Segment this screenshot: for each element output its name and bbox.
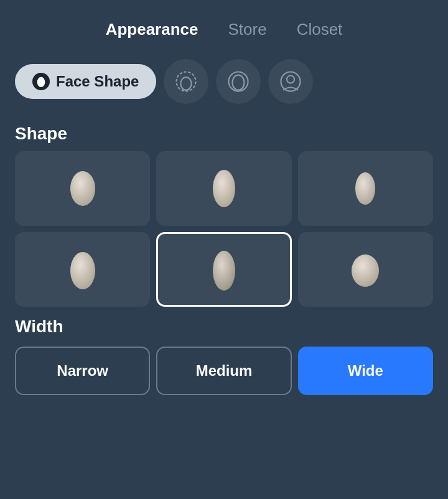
face-shape-4: [205, 245, 243, 294]
shape-grid: [0, 151, 448, 307]
svg-point-9: [355, 172, 375, 205]
tab-closet[interactable]: Closet: [292, 17, 348, 42]
category-row: Face Shape: [0, 54, 448, 114]
face-shape-3: [64, 245, 101, 294]
avatar-circle-icon: [279, 70, 302, 93]
shape-cell-1[interactable]: [156, 151, 291, 226]
hair-icon-button[interactable]: [164, 59, 208, 104]
svg-point-0: [37, 77, 45, 87]
svg-point-8: [213, 170, 235, 207]
width-buttons: Narrow Medium Wide: [0, 347, 448, 395]
avatar-icon-button[interactable]: [268, 59, 313, 104]
svg-point-4: [233, 75, 245, 90]
face-shape-svg: [35, 76, 47, 87]
face-shape-2: [347, 164, 384, 213]
svg-point-12: [352, 254, 379, 287]
face-shape-pill-icon: [32, 73, 50, 90]
face-shape-pill[interactable]: Face Shape: [15, 64, 156, 99]
svg-point-6: [287, 76, 294, 83]
svg-point-2: [181, 77, 192, 90]
face-icon-button[interactable]: [216, 59, 261, 104]
shape-cell-3[interactable]: [15, 232, 150, 307]
svg-point-7: [70, 171, 95, 206]
medium-button[interactable]: Medium: [156, 347, 291, 395]
shape-cell-4[interactable]: [156, 232, 291, 307]
shape-cell-2[interactable]: [298, 151, 433, 226]
svg-point-5: [281, 72, 301, 91]
svg-point-1: [177, 72, 196, 91]
shape-section-label: Shape: [0, 114, 448, 151]
shape-cell-5[interactable]: [298, 232, 433, 307]
shape-cell-0[interactable]: [15, 151, 150, 226]
face-shape-1: [205, 164, 243, 213]
svg-point-10: [70, 252, 95, 289]
face-circle-icon: [226, 70, 250, 93]
hair-circle-icon: [174, 70, 198, 93]
face-shape-5: [347, 245, 384, 294]
svg-point-11: [213, 251, 235, 291]
narrow-button[interactable]: Narrow: [15, 347, 150, 395]
wide-button[interactable]: Wide: [298, 347, 433, 395]
width-section-label: Width: [0, 307, 448, 344]
tab-store[interactable]: Store: [223, 17, 271, 42]
header-tabs: Appearance Store Closet: [0, 0, 448, 54]
tab-appearance[interactable]: Appearance: [101, 17, 203, 42]
face-shape-pill-label: Face Shape: [56, 73, 139, 90]
face-shape-0: [64, 164, 101, 213]
